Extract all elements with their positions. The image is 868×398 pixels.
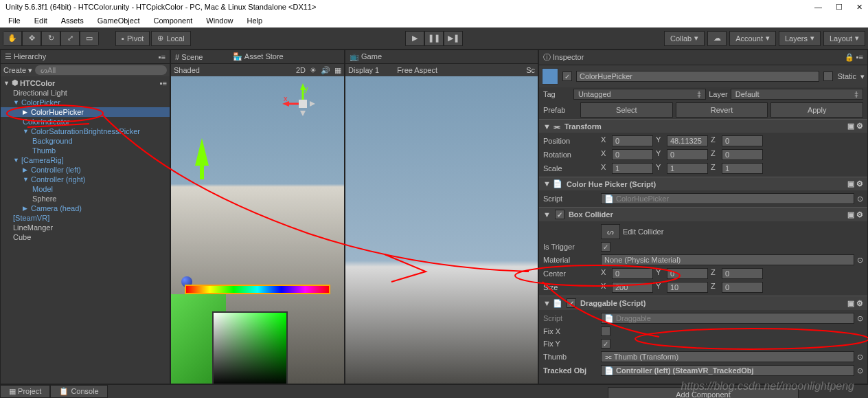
local-button[interactable]: ⊕ Local (151, 31, 190, 46)
material-field[interactable]: None (Physic Material) (601, 254, 854, 265)
tree-item[interactable]: Thumb (1, 146, 170, 155)
tracked-field[interactable]: 📄 Controller (left) (SteamVR_TrackedObj (601, 365, 854, 376)
fixy-checkbox[interactable]: ✓ (601, 339, 610, 349)
center-y[interactable]: 0 (667, 268, 708, 279)
tree-item[interactable]: Cube (1, 232, 170, 242)
project-tab[interactable]: ▦ Project (0, 385, 50, 398)
tree-item[interactable]: ▶Camera (head) (1, 203, 170, 213)
pos-z[interactable]: 0 (722, 135, 763, 146)
layer-dropdown[interactable]: Default‡ (731, 89, 863, 100)
tree-item[interactable]: Directional Light (1, 88, 170, 98)
fx-icon[interactable]: ▦ (334, 66, 341, 75)
shaded-dropdown[interactable]: Shaded (174, 66, 200, 74)
tree-item[interactable]: ColorIndicator (1, 117, 170, 126)
active-checkbox[interactable]: ✓ (562, 71, 572, 81)
scene-gizmo[interactable]: y x (282, 83, 323, 124)
menu-gameobject[interactable]: GameObject (92, 15, 146, 26)
pause-button[interactable]: ❚❚ (424, 31, 444, 46)
fixx-checkbox[interactable] (601, 327, 610, 336)
transform-header[interactable]: ▼ ⫘ Transform▣ ⚙ (539, 120, 867, 133)
static-checkbox[interactable] (823, 71, 833, 81)
tree-item[interactable]: [SteamVR] (1, 213, 170, 223)
pivot-button[interactable]: ▪ Pivot (115, 31, 150, 46)
scene-view[interactable]: y x (171, 76, 344, 384)
close-icon[interactable]: ✕ (856, 3, 863, 12)
menu-file[interactable]: File (3, 15, 26, 26)
hand-tool-button[interactable]: ✋ (3, 31, 22, 46)
game-panel: 📺 Game Display 1 Free Aspect Sc (345, 49, 538, 384)
prefab-apply-button[interactable]: Apply (770, 102, 863, 118)
move-tool-button[interactable]: ✥ (22, 31, 41, 46)
aspect-dropdown[interactable]: Free Aspect (397, 66, 437, 74)
script-field[interactable]: 📄 ColorHuePicker (601, 193, 854, 204)
create-dropdown[interactable]: Create ▾ (3, 66, 32, 75)
rot-z[interactable]: 0 (722, 149, 763, 160)
audio-icon[interactable]: 🔊 (321, 66, 330, 75)
scene-root[interactable]: ▼⬢ HTCColor ▪≡ (1, 78, 170, 88)
menu-window[interactable]: Window (201, 15, 238, 26)
prefab-select-button[interactable]: Select (580, 102, 673, 118)
layout-button[interactable]: Layout ▾ (823, 31, 865, 46)
light-icon[interactable]: ☀ (310, 66, 317, 75)
game-tab[interactable]: 📺 Game (350, 52, 382, 61)
scl-z[interactable]: 1 (722, 163, 763, 174)
thumb-field[interactable]: ⫘ Thumb (Transform) (601, 351, 854, 362)
boxcollider-header[interactable]: ▼ ✓ Box Collider▣ ⚙ (539, 208, 867, 221)
step-button[interactable]: ▶❚ (444, 31, 463, 46)
tree-item[interactable]: Background (1, 136, 170, 146)
rotate-tool-button[interactable]: ↻ (41, 31, 60, 46)
prefab-revert-button[interactable]: Revert (676, 102, 768, 118)
edit-collider-button[interactable]: ᔕ (601, 224, 620, 239)
display-dropdown[interactable]: Display 1 (348, 66, 379, 74)
menu-assets[interactable]: Assets (56, 15, 89, 26)
tree-item-selected[interactable]: ▶ColorHuePicker (1, 107, 170, 117)
lock-icon[interactable]: 🔒 ▪≡ (845, 53, 863, 62)
tree-item[interactable]: ▶Controller (left) (1, 165, 170, 175)
2d-toggle[interactable]: 2D (296, 66, 306, 74)
center-x[interactable]: 0 (612, 268, 653, 279)
pos-x[interactable]: 0 (612, 135, 653, 146)
account-button[interactable]: Account ▾ (729, 31, 776, 46)
tree-item[interactable]: LineManger (1, 223, 170, 232)
rot-x[interactable]: 0 (612, 149, 653, 160)
maximize-icon[interactable]: ☐ (836, 3, 843, 12)
size-x[interactable]: 200 (612, 282, 653, 293)
pos-y[interactable]: 48.11325 (667, 135, 708, 146)
tree-item[interactable]: ▼ColorPicker (1, 98, 170, 107)
menu-help[interactable]: Help (241, 15, 268, 26)
scene-tab[interactable]: # Scene (175, 53, 203, 61)
cloud-button[interactable]: ☁ (707, 31, 727, 46)
huepicker-header[interactable]: ▼ 📄 Color Hue Picker (Script)▣ ⚙ (539, 177, 867, 190)
tree-item[interactable]: Model (1, 184, 170, 194)
name-field[interactable]: ColorHuePicker (576, 71, 819, 82)
collab-button[interactable]: Collab ▾ (664, 31, 705, 46)
trigger-checkbox[interactable]: ✓ (601, 242, 610, 252)
drag-script-field[interactable]: 📄 Draggable (601, 313, 854, 324)
rect-tool-button[interactable]: ▭ (80, 31, 99, 46)
play-button[interactable]: ▶ (405, 31, 424, 46)
inspector-tab[interactable]: ⓘ Inspector (543, 52, 584, 63)
scl-x[interactable]: 1 (612, 163, 653, 174)
hierarchy-tab[interactable]: ☰ Hierarchy (5, 52, 46, 61)
tree-item[interactable]: Sphere (1, 194, 170, 203)
rot-y[interactable]: 0 (667, 149, 708, 160)
tree-item[interactable]: ▼Controller (right) (1, 175, 170, 184)
draggable-header[interactable]: ▼ 📄 ✓ Draggable (Script)▣ ⚙ (539, 296, 867, 310)
menu-edit[interactable]: Edit (29, 15, 53, 26)
size-y[interactable]: 10 (667, 282, 708, 293)
center-z[interactable]: 0 (722, 268, 763, 279)
scale-tool-button[interactable]: ⤢ (60, 31, 80, 46)
assetstore-tab[interactable]: 🏪 Asset Store (233, 52, 283, 61)
game-view[interactable] (345, 76, 538, 384)
hierarchy-search[interactable]: ᔕAll (35, 65, 167, 75)
tag-dropdown[interactable]: Untagged‡ (573, 89, 706, 100)
console-tab[interactable]: 📋 Console (50, 385, 107, 398)
tree-item[interactable]: ▼[CameraRig] (1, 155, 170, 165)
menu-component[interactable]: Component (148, 15, 198, 26)
minimize-icon[interactable]: — (814, 3, 822, 12)
scl-y[interactable]: 1 (667, 163, 708, 174)
panel-menu-icon[interactable]: ▪≡ (159, 53, 165, 61)
tree-item[interactable]: ▼ColorSaturationBrightnessPicker (1, 126, 170, 136)
layers-button[interactable]: Layers ▾ (779, 31, 821, 46)
size-z[interactable]: 0 (722, 282, 763, 293)
